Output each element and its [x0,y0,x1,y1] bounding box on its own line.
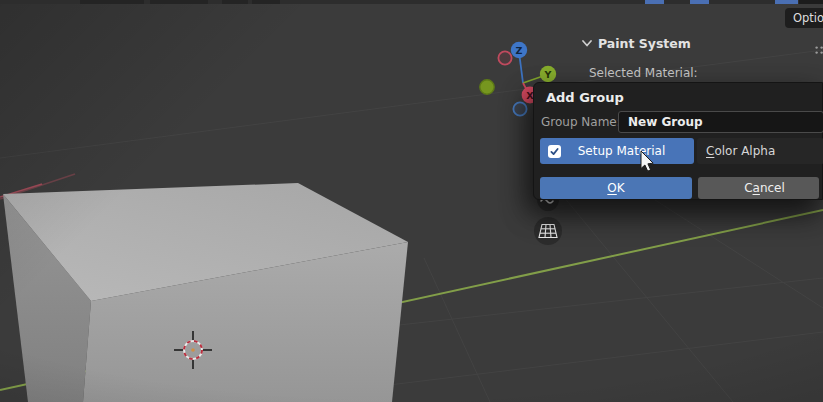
ok-button-label: OK [607,181,624,195]
grid-plane-button[interactable] [534,217,562,245]
gizmo-minus-y-ball[interactable] [480,80,494,94]
cancel-button-label: Cancel [744,181,785,195]
cube-object[interactable] [3,183,408,402]
group-name-input[interactable] [618,111,823,133]
chevron-down-icon [582,40,592,47]
blender-window: Z Y X Options Paint System [0,0,823,402]
gizmo-y-ball[interactable]: Y [540,66,556,82]
ok-button[interactable]: OK [540,177,692,199]
header-button-sliver [799,0,823,4]
3d-viewport[interactable]: Z Y X [0,0,823,402]
header-button-sliver [80,0,144,4]
header-active-button-sliver [690,0,709,4]
setup-material-checkbox[interactable] [548,145,561,158]
options-button-label: Options [793,11,823,25]
color-alpha-label: Color Alpha [706,144,775,158]
header-button-sliver [252,0,280,4]
gizmo-z-ball[interactable]: Z [511,42,527,58]
selected-material-label: Selected Material: [589,66,698,80]
setup-material-toggle[interactable]: Setup Material [540,138,694,164]
paint-system-panel-title: Paint System [598,36,691,51]
dialog-title: Add Group [546,90,624,105]
setup-material-label: Setup Material [561,144,694,158]
paint-system-panel-header[interactable]: Paint System [582,36,691,51]
top-header-strip [0,0,823,4]
add-group-dialog: Add Group Group Name: Setup Material Col… [533,82,823,200]
color-alpha-toggle[interactable]: Color Alpha [697,138,823,164]
gizmo-minus-x-ball[interactable] [498,51,511,64]
header-button-sliver [222,0,248,4]
checkmark-icon [549,146,560,157]
options-button[interactable]: Options [785,8,823,28]
grid-plane-icon [537,222,559,240]
cancel-button[interactable]: Cancel [698,177,819,199]
gizmo-y-label: Y [544,69,552,80]
group-name-label: Group Name: [541,115,621,129]
header-active-button-sliver [645,0,664,4]
gizmo-minus-z-ball[interactable] [513,102,526,115]
panel-drag-dots-icon[interactable] [815,40,823,59]
header-active-button-sliver [775,0,798,4]
header-button-sliver [150,0,208,4]
gizmo-z-label: Z [516,45,523,56]
